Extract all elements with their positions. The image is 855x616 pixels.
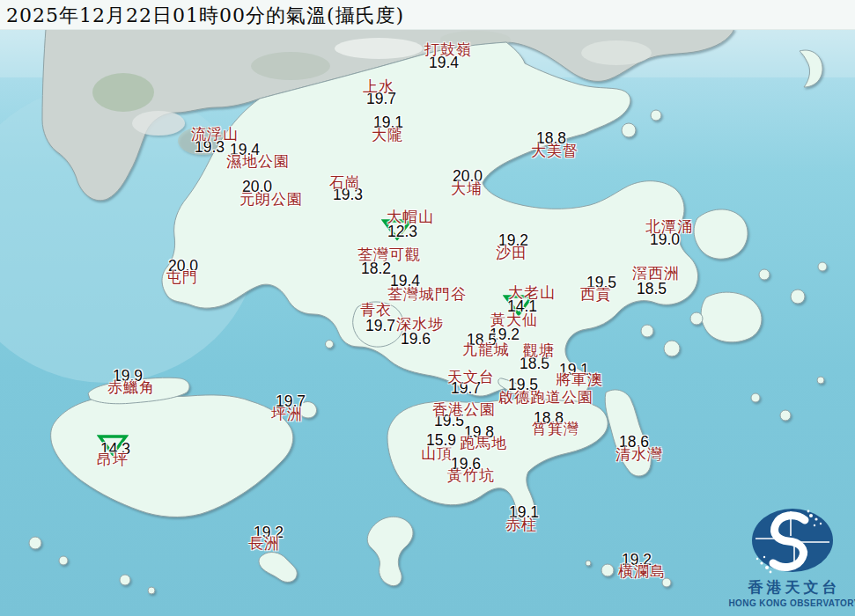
- station-name: 石崗: [329, 172, 361, 193]
- station-name: 上水: [363, 77, 394, 97]
- hko-temperature-map-screen: 香港天文台 HONG KONG OBSERVATORY 2025年12月22日0…: [0, 0, 855, 616]
- station-name: 筲箕灣: [532, 419, 579, 439]
- station-name: 清水灣: [615, 444, 663, 465]
- station-name: 大老山: [508, 282, 556, 303]
- station-name: 九龍城: [462, 340, 510, 360]
- station-name: 啟德跑道公園: [498, 387, 593, 407]
- station-name: 沙田: [496, 243, 527, 263]
- station-name: 黃竹坑: [447, 466, 495, 486]
- station-name: 荃灣城門谷: [387, 284, 467, 304]
- station-name: 北潭涌: [645, 216, 693, 237]
- station-name: 觀塘: [523, 341, 555, 361]
- station-name: 大美督: [531, 141, 579, 161]
- station-name: 濕地公園: [226, 151, 290, 172]
- station-name: 深水埗: [396, 314, 444, 334]
- station-name: 坪洲: [271, 404, 303, 424]
- station-name: 香港公園: [432, 400, 496, 420]
- station-name: 打鼓嶺: [424, 40, 472, 60]
- station-name: 大埔: [451, 179, 483, 199]
- station-name: 荃灣可觀: [357, 245, 421, 265]
- station-name: 大帽山: [387, 207, 434, 227]
- station-name: 元朗公園: [240, 189, 303, 209]
- station-name: 青衣: [360, 300, 392, 320]
- station-name: 滘西洲: [632, 263, 680, 283]
- station-name: 黃大仙: [490, 310, 538, 330]
- station-name: 赤柱: [505, 515, 537, 535]
- station-name: 長洲: [248, 533, 280, 554]
- station-name: 山頂: [421, 444, 453, 464]
- station-name: 跑馬地: [460, 433, 507, 453]
- station-name: 西貢: [580, 284, 612, 304]
- station-name: 橫瀾島: [618, 561, 666, 582]
- station-name: 赤鱲角: [107, 378, 155, 398]
- station-name: 昂坪: [97, 450, 129, 470]
- stations-layer: 19.4打鼓嶺19.7上水19.1大隴18.8大美督19.3流浮山19.4濕地公…: [0, 0, 855, 616]
- station-name: 大隴: [372, 125, 403, 145]
- station-name: 天文台: [447, 367, 495, 387]
- station-name: 屯門: [166, 268, 198, 288]
